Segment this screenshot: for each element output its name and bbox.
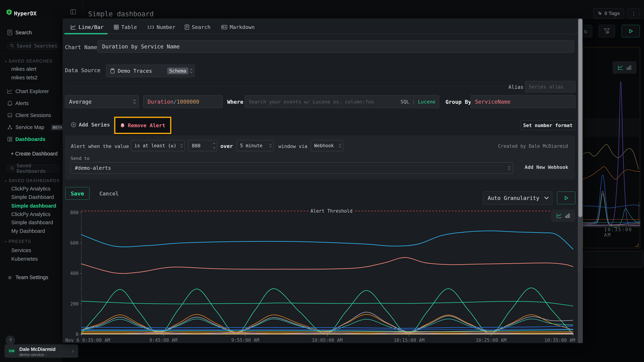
saved-dashboard-item[interactable]: ClickPy Analytics: [11, 186, 50, 192]
group-by-input[interactable]: ServiceName: [470, 95, 576, 108]
alert-prefix-label: Alert when the value: [71, 144, 129, 149]
send-to-label: Send to: [71, 156, 90, 161]
tab-table[interactable]: Table: [114, 24, 137, 30]
run-query-button[interactable]: [622, 25, 640, 37]
user-card[interactable]: DM Dale McDiarmid demo-service - ›: [4, 344, 78, 358]
edit-chart-modal: Line/Bar Table 123 Number Search Markdow…: [62, 18, 583, 343]
tag-icon: [598, 11, 602, 16]
modal-chart-type-toggle[interactable]: [551, 209, 575, 222]
toggle-divider: |: [412, 99, 415, 105]
svg-text:10:05:00 AM: 10:05:00 AM: [312, 338, 342, 343]
alert-channel-select[interactable]: Webhook: [311, 140, 343, 151]
created-by-label: Created by Dale McDiarmid: [498, 144, 568, 149]
chevron-down-icon[interactable]: ⌄: [5, 238, 7, 243]
stepper-icons[interactable]: [212, 142, 216, 150]
tab-markdown[interactable]: Markdown: [222, 24, 255, 30]
remove-alert-button[interactable]: Remove Alert: [116, 118, 170, 133]
saved-dashboard-item-active[interactable]: Simple dashboard: [11, 203, 56, 209]
svg-text:10:15:00 AM: 10:15:00 AM: [394, 338, 424, 343]
svg-text:9:55:00 AM: 9:55:00 AM: [231, 338, 260, 343]
tab-number[interactable]: 123 Number: [147, 24, 176, 30]
aggregation-select[interactable]: Average: [65, 95, 139, 108]
line-chart-icon[interactable]: [556, 213, 562, 218]
tab-search[interactable]: Search: [184, 24, 210, 30]
webhook-select[interactable]: #demo-alerts: [71, 162, 513, 174]
saved-search-item[interactable]: mikes tets2: [11, 75, 38, 81]
sidebar-item-service-map[interactable]: Service Map BETA: [0, 122, 62, 132]
tab-line-bar[interactable]: Line/Bar: [71, 24, 104, 30]
sidebar-item-client-sessions[interactable]: Client Sessions: [0, 110, 62, 120]
window-via-label: window via: [278, 144, 308, 149]
markdown-icon: [222, 25, 227, 29]
data-source-label: Data Source: [65, 67, 100, 73]
presets-header[interactable]: PRESETS: [8, 239, 31, 244]
schema-badge[interactable]: Schema: [167, 68, 188, 74]
chart-explorer-icon: [7, 89, 12, 94]
sidebar-item-dashboards[interactable]: Dashboards: [0, 134, 62, 144]
over-label: over: [220, 143, 233, 149]
chart-name-input[interactable]: Duration by Service Name: [98, 40, 574, 53]
sidebar-item-chart-explorer[interactable]: Chart Explorer: [0, 86, 62, 96]
user-name: Dale McDiarmid: [19, 347, 56, 352]
filter-icon: [604, 28, 610, 34]
search-icon: [10, 44, 14, 48]
set-number-format-button[interactable]: Set number format: [520, 120, 575, 130]
dashboards-icon: [7, 137, 12, 142]
chevron-down-icon[interactable]: ⌄: [5, 178, 7, 182]
preset-item[interactable]: Services: [11, 247, 31, 253]
bar-chart-icon[interactable]: [565, 213, 570, 218]
run-chart-button[interactable]: [557, 191, 575, 204]
play-icon: [564, 196, 568, 200]
formula-op: /: [174, 99, 177, 105]
granularity-select[interactable]: Auto Granularity: [483, 191, 552, 204]
alert-threshold-input[interactable]: 800: [188, 140, 217, 151]
svg-text:Nov 6 9:35:00 AM: Nov 6 9:35:00 AM: [65, 338, 110, 343]
saved-searches-input[interactable]: Saved Searches: [7, 42, 59, 49]
alias-input[interactable]: Series alias: [525, 81, 576, 92]
search-doc-icon: [7, 30, 12, 35]
panel-menu-button[interactable]: ⋮: [628, 8, 640, 18]
tags-button[interactable]: 0 Tags: [594, 8, 624, 18]
bell-icon: [7, 101, 12, 106]
saved-dashboard-item[interactable]: Simple dashboard: [11, 220, 53, 225]
svg-text:Alert Threshold: Alert Threshold: [310, 208, 352, 214]
sidebar-item-search[interactable]: Search: [0, 27, 62, 37]
tab-bar-border: [62, 34, 578, 34]
sidebar-collapse-icon[interactable]: [70, 9, 76, 14]
search-icon: [10, 166, 14, 170]
sql-toggle[interactable]: SQL: [400, 99, 409, 105]
chevron-down-icon[interactable]: ⌄: [5, 58, 7, 62]
modal-scrollbar-thumb[interactable]: [578, 19, 582, 217]
chart-type-toggle[interactable]: [612, 61, 636, 74]
save-button[interactable]: Save: [65, 187, 90, 200]
preset-item[interactable]: Kubernetes: [11, 256, 38, 262]
saved-dashboard-item[interactable]: My Dashboard: [11, 228, 45, 234]
data-source-select[interactable]: Demo Traces Schema: [106, 65, 195, 77]
bar-chart-icon[interactable]: [626, 65, 631, 70]
saved-dashboard-item[interactable]: Simple Dashboard: [11, 194, 54, 200]
group-by-label: Group By: [446, 99, 471, 105]
saved-searches-header[interactable]: SAVED SEARCHES: [8, 59, 52, 64]
filter-button[interactable]: [599, 25, 615, 37]
sidebar-item-team-settings[interactable]: ⚙ Team Settings: [0, 272, 62, 282]
saved-dashboards-header[interactable]: SAVED DASHBOARDS: [8, 178, 60, 183]
formula-input[interactable]: Duration/1000000: [143, 95, 223, 108]
line-chart-icon[interactable]: [618, 65, 623, 70]
saved-search-item[interactable]: mikes alert: [11, 66, 36, 72]
alert-window-select[interactable]: 5 minute: [237, 140, 274, 151]
where-search-input[interactable]: Search your events w/ Lucene ex. column:…: [245, 95, 439, 108]
saved-dashboards-input[interactable]: Saved Dashboards: [7, 165, 59, 172]
help-button[interactable]: ?: [6, 336, 15, 345]
add-series-button[interactable]: Add Series: [71, 122, 110, 128]
resize-handle-icon[interactable]: [635, 243, 638, 247]
create-dashboard-button[interactable]: + Create Dashboard: [11, 151, 58, 157]
saved-dashboard-item[interactable]: ClickPy Analytics: [11, 211, 50, 217]
sidebar-item-alerts[interactable]: Alerts: [0, 98, 62, 108]
chevron-down-icon: [544, 196, 549, 199]
add-new-webhook-button[interactable]: Add New Webhook: [525, 164, 568, 170]
svg-text:0: 0: [76, 332, 78, 337]
cancel-button[interactable]: Cancel: [99, 190, 118, 197]
alert-condition-select[interactable]: is at least (≥): [131, 140, 185, 151]
lucene-toggle[interactable]: Lucene: [418, 99, 436, 105]
svg-text:400: 400: [70, 271, 78, 276]
